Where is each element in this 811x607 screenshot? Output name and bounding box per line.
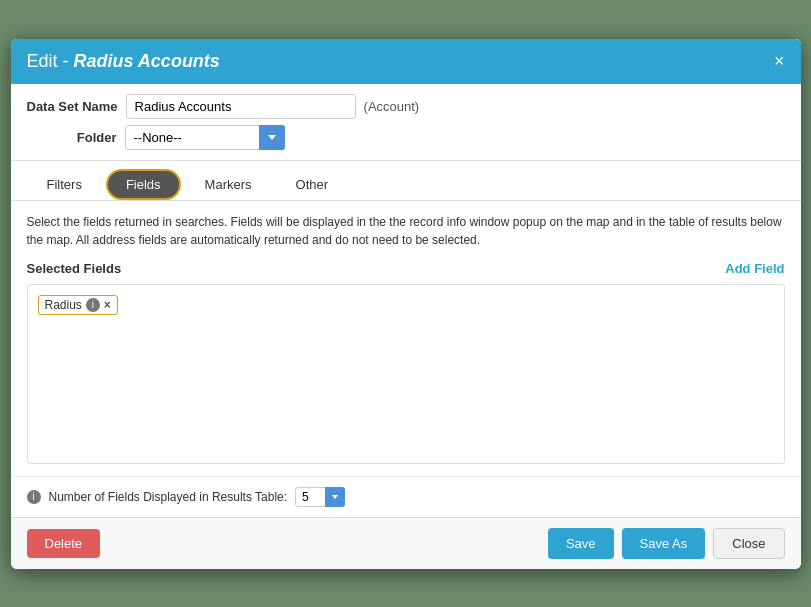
add-field-link[interactable]: Add Field: [725, 261, 784, 276]
field-tag-radius: Radius i ×: [38, 295, 118, 315]
folder-label: Folder: [27, 130, 117, 145]
modal-title: Edit - Radius Accounts: [27, 51, 220, 72]
modal-title-italic: Radius Accounts: [74, 51, 220, 71]
folder-row: Folder --None--: [11, 125, 801, 160]
tab-fields[interactable]: Fields: [106, 169, 181, 200]
fields-tab-content: Select the fields returned in searches. …: [11, 201, 801, 476]
selected-fields-label: Selected Fields: [27, 261, 122, 276]
delete-button[interactable]: Delete: [27, 529, 101, 558]
modal-header: Edit - Radius Accounts ×: [11, 39, 801, 84]
save-button[interactable]: Save: [548, 528, 614, 559]
fields-description: Select the fields returned in searches. …: [27, 213, 785, 249]
footer-right-buttons: Save Save As Close: [548, 528, 785, 559]
folder-select-wrapper: --None--: [125, 125, 285, 150]
selected-fields-header: Selected Fields Add Field: [27, 261, 785, 276]
modal-overlay: Edit - Radius Accounts × Data Set Name (…: [0, 0, 811, 607]
tab-markers[interactable]: Markers: [185, 169, 272, 200]
modal-footer: Delete Save Save As Close: [11, 517, 801, 569]
close-button[interactable]: Close: [713, 528, 784, 559]
field-tag-name: Radius: [45, 298, 82, 312]
tab-filters[interactable]: Filters: [27, 169, 102, 200]
field-tag-remove-button[interactable]: ×: [104, 298, 111, 312]
dataset-name-label: Data Set Name: [27, 99, 118, 114]
tabs-bar: Filters Fields Markers Other: [11, 161, 801, 201]
field-tag-info-icon[interactable]: i: [86, 298, 100, 312]
dataset-name-row: Data Set Name (Account): [11, 84, 801, 125]
results-row: i Number of Fields Displayed in Results …: [11, 476, 801, 517]
num-fields-select[interactable]: 5 10 15 20: [295, 487, 345, 507]
modal-close-button[interactable]: ×: [774, 52, 785, 70]
folder-select[interactable]: --None--: [125, 125, 285, 150]
save-as-button[interactable]: Save As: [622, 528, 706, 559]
results-label: Number of Fields Displayed in Results Ta…: [49, 490, 288, 504]
account-type-text: (Account): [364, 99, 420, 114]
results-info-icon: i: [27, 490, 41, 504]
edit-modal: Edit - Radius Accounts × Data Set Name (…: [11, 39, 801, 569]
tab-other[interactable]: Other: [276, 169, 349, 200]
num-select-wrapper: 5 10 15 20: [295, 487, 345, 507]
fields-area: Radius i ×: [27, 284, 785, 464]
dataset-name-input[interactable]: [126, 94, 356, 119]
